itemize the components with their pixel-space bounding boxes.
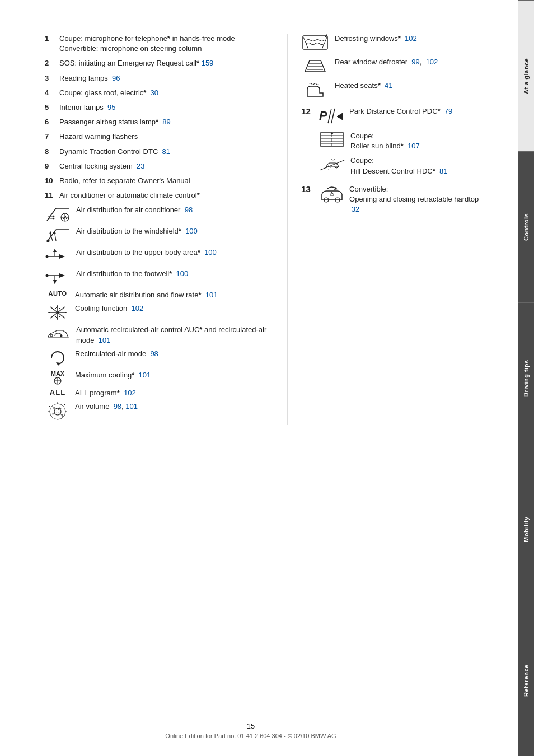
page-link[interactable]: 98 bbox=[114, 402, 121, 410]
page-link-2[interactable]: 101 bbox=[125, 402, 138, 410]
sidebar-tab-label: Reference bbox=[523, 665, 530, 697]
page-footer: 15 Online Edition for Part no. 01 41 2 6… bbox=[0, 722, 502, 739]
page-link[interactable]: 98 bbox=[185, 206, 193, 214]
svg-marker-10 bbox=[53, 217, 55, 220]
list-item: 7 Hazard warning flashers bbox=[45, 132, 276, 142]
svg-point-20 bbox=[46, 255, 49, 258]
page-link[interactable]: 96 bbox=[112, 74, 120, 82]
page-link[interactable]: 81 bbox=[439, 167, 447, 175]
sub-text: Air distribution for air conditioner 98 bbox=[76, 205, 276, 215]
page-link[interactable]: 107 bbox=[407, 142, 420, 150]
sub-text: Air volume 98, 101 bbox=[75, 402, 276, 412]
sub-text: ALL program* 102 bbox=[75, 388, 276, 398]
page-link[interactable]: 102 bbox=[124, 389, 136, 397]
svg-line-73 bbox=[320, 160, 344, 170]
page-link[interactable]: 81 bbox=[162, 147, 170, 156]
sub-item-air-dist-footwell: Air distribution to the footwell* 100 bbox=[45, 269, 276, 287]
item-number: 1 bbox=[45, 34, 57, 54]
page-link[interactable]: 23 bbox=[137, 162, 144, 170]
item-text: Coupe: microphone for telephone* in hand… bbox=[59, 34, 276, 54]
page-link[interactable]: 100 bbox=[185, 227, 198, 235]
cooling-icon bbox=[45, 304, 71, 321]
page-link[interactable]: 99 bbox=[411, 58, 419, 66]
list-item: 2 SOS: initiating an Emergency Request c… bbox=[45, 58, 276, 68]
item-text: Air conditioner or automatic climate con… bbox=[59, 190, 276, 200]
item-text: Radio, refer to separate Owner's Manual bbox=[59, 176, 276, 186]
air-dist-footwell-icon bbox=[45, 269, 72, 287]
page-link[interactable]: 95 bbox=[107, 103, 115, 111]
list-item: 3 Reading lamps 96 bbox=[45, 73, 276, 83]
list-item: 11 Air conditioner or automatic climate … bbox=[45, 190, 276, 200]
sub-text: Automatic recirculated-air control AUC* … bbox=[76, 325, 276, 345]
list-item: 5 Interior lamps 95 bbox=[45, 102, 276, 113]
right-item-rear-defroster: Rear window defroster 99, 102 bbox=[301, 57, 490, 75]
page-link[interactable]: 98 bbox=[150, 349, 158, 358]
indent-item-roller-blind: Coupe:Roller sun blind* 107 bbox=[318, 131, 490, 151]
page-link[interactable]: 100 bbox=[176, 269, 189, 278]
item-number: 9 bbox=[45, 161, 57, 171]
svg-line-0 bbox=[47, 208, 56, 221]
all-icon: ALL bbox=[45, 388, 71, 396]
svg-marker-19 bbox=[59, 254, 65, 259]
sidebar-tabs: At a glance Controls Driving tips Mobili… bbox=[518, 0, 534, 756]
sub-text: Air distribution to the footwell* 100 bbox=[76, 269, 276, 279]
item-number: 8 bbox=[45, 147, 57, 157]
sidebar-tab-reference[interactable]: Reference bbox=[518, 605, 534, 756]
item-text: Coupe: glass roof, electric* 30 bbox=[59, 88, 276, 98]
roller-blind-text: Coupe:Roller sun blind* 107 bbox=[350, 131, 490, 151]
page-link[interactable]: 41 bbox=[385, 81, 392, 90]
page-link[interactable]: 89 bbox=[162, 118, 170, 126]
item-number: 7 bbox=[45, 132, 57, 142]
sub-text: Recirculated-air mode 98 bbox=[75, 349, 276, 359]
sub-text: Cooling function 102 bbox=[75, 304, 276, 314]
retractable-text: Convertible:Opening and closing retracta… bbox=[349, 184, 490, 215]
section-number-13: 13 bbox=[301, 184, 315, 194]
max-label: MAX bbox=[51, 370, 64, 377]
svg-line-55 bbox=[322, 36, 327, 49]
page-link[interactable]: 32 bbox=[352, 205, 359, 213]
sub-item-air-volume: Air volume 98, 101 bbox=[45, 402, 276, 422]
page-link[interactable]: 102 bbox=[405, 34, 417, 43]
sidebar-tab-label: Driving tips bbox=[523, 360, 530, 397]
list-item: 4 Coupe: glass roof, electric* 30 bbox=[45, 88, 276, 98]
item-text: Dynamic Traction Control DTC 81 bbox=[59, 147, 276, 157]
sub-item-air-dist-conditioner: Air distribution for air conditioner 98 bbox=[45, 205, 276, 223]
right-text: Defrosting windows* 102 bbox=[335, 34, 490, 44]
sidebar-tab-driving-tips[interactable]: Driving tips bbox=[518, 302, 534, 454]
auto-icon: AUTO bbox=[45, 290, 71, 297]
air-dist-windshield-icon bbox=[45, 226, 72, 244]
section-row-13: 13 bbox=[301, 184, 490, 215]
item-number: 2 bbox=[45, 58, 57, 68]
page-link[interactable]: 101 bbox=[138, 371, 151, 379]
svg-text:P: P bbox=[319, 109, 327, 123]
svg-marker-8 bbox=[53, 215, 55, 217]
item-number: 11 bbox=[45, 190, 57, 200]
page-link[interactable]: 30 bbox=[151, 88, 158, 97]
page-link[interactable]: 101 bbox=[205, 291, 218, 299]
auto-text-label: AUTO bbox=[49, 290, 67, 297]
pdc-icon: P bbox=[318, 106, 346, 125]
sidebar-tab-at-a-glance[interactable]: At a glance bbox=[518, 0, 534, 151]
svg-rect-53 bbox=[303, 36, 327, 49]
retractable-hardtop-icon bbox=[318, 184, 346, 203]
sub-item-air-dist-upper: Air distribution to the upper body area*… bbox=[45, 248, 276, 265]
sidebar-tab-controls[interactable]: Controls bbox=[518, 151, 534, 302]
page-link-2[interactable]: 102 bbox=[426, 58, 438, 66]
sidebar-tab-mobility[interactable]: Mobility bbox=[518, 454, 534, 605]
page-link[interactable]: 102 bbox=[131, 304, 143, 312]
item-text: Hazard warning flashers bbox=[59, 132, 276, 142]
section-12: 12 P Park Dist bbox=[301, 106, 490, 176]
svg-marker-24 bbox=[59, 273, 65, 278]
page-link[interactable]: 159 bbox=[202, 59, 214, 67]
page-number: 15 bbox=[0, 722, 502, 730]
list-item: 1 Coupe: microphone for telephone* in ha… bbox=[45, 34, 276, 54]
page-link[interactable]: 100 bbox=[204, 248, 217, 256]
item-text: Interior lamps 95 bbox=[59, 102, 276, 113]
auc-icon bbox=[45, 325, 72, 343]
page-link[interactable]: 101 bbox=[99, 336, 111, 344]
svg-marker-27 bbox=[53, 280, 57, 284]
page-link[interactable]: 79 bbox=[444, 107, 452, 115]
sidebar-tab-label: Controls bbox=[523, 213, 530, 241]
svg-line-51 bbox=[49, 406, 50, 407]
air-dist-conditioner-icon bbox=[45, 205, 72, 223]
